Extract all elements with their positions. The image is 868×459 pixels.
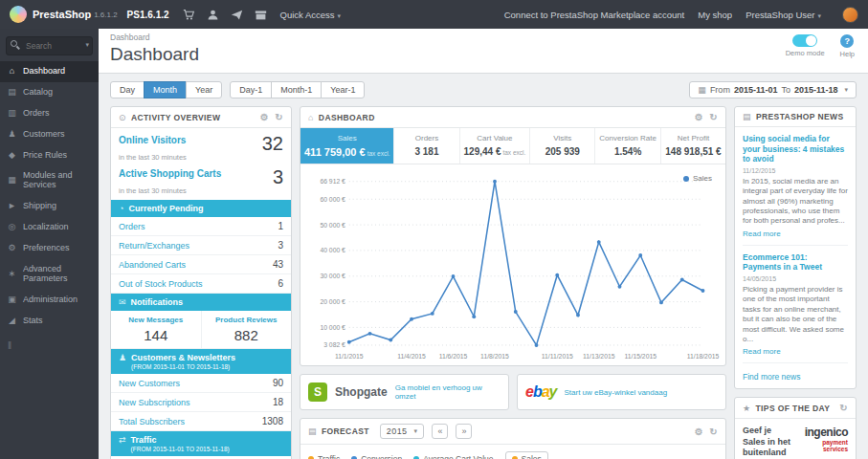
range-month-button[interactable]: Month [144, 81, 187, 98]
chevron-down-icon[interactable]: ▾ [85, 41, 89, 49]
new-customers-value: 90 [273, 378, 283, 388]
year-select[interactable]: 2015▾ [380, 424, 425, 439]
section-title: Notifications [131, 297, 184, 307]
read-more-link[interactable]: Read more [743, 347, 848, 356]
modules-icon: ▦ [7, 176, 17, 186]
price-rules-icon: ◆ [7, 151, 17, 161]
news-article-title[interactable]: Using social media for your business: 4 … [743, 134, 848, 164]
sidebar-item-shipping[interactable]: ►Shipping [0, 196, 99, 217]
online-visitors-link[interactable]: Online Visitors [119, 135, 186, 146]
sidebar-item-advanced-parameters[interactable]: ∗Advanced Parameters [0, 259, 99, 290]
forecast-panel: ▤ FORECAST 2015▾ « » ⚙ ↻ Traffic Convers… [300, 418, 726, 459]
new-messages-link[interactable]: New Messages [115, 316, 197, 324]
kpi-conversion-rate[interactable]: Conversion Rate 1.54% [595, 128, 661, 164]
forecast-legend-average-cart-value[interactable]: Average Cart Value [413, 454, 493, 459]
avatar[interactable] [842, 7, 858, 23]
demo-mode-toggle[interactable]: Demo mode [786, 34, 825, 58]
catalog-icon: ▤ [7, 88, 17, 98]
find-more-news-link[interactable]: Find more news [743, 370, 848, 382]
forecast-legend-sales[interactable]: Sales [505, 451, 548, 459]
next-year-button[interactable]: » [456, 424, 472, 439]
panel-title: FORECAST [322, 426, 369, 436]
sidebar-item-customers[interactable]: ♟Customers [0, 124, 99, 145]
kpi-sales[interactable]: Sales 411 759,00 €tax excl. [300, 128, 394, 164]
gear-icon[interactable]: ⚙ [260, 112, 269, 122]
range-year-1-button[interactable]: Year-1 [321, 81, 365, 98]
marketplace-connect-link[interactable]: Connect to PrestaShop Marketplace accoun… [504, 10, 685, 20]
sidebar-item-dashboard[interactable]: ⌂Dashboard [0, 61, 99, 82]
sidebar-item-label: Shipping [23, 202, 56, 211]
sidebar-item-label: Catalog [23, 88, 53, 98]
kpi-cart-value[interactable]: Cart Value 129,44 €tax excl. [460, 128, 531, 164]
ebay-link[interactable]: Start uw eBay-winkel vandaag [565, 388, 668, 398]
new-subscriptions-value: 18 [273, 397, 283, 407]
mail-icon: ✉ [119, 297, 126, 307]
new-messages-value: 144 [115, 327, 197, 343]
kpi-visits[interactable]: Visits 205 939 [530, 128, 595, 164]
package-icon[interactable] [255, 9, 267, 21]
pending-row: Return/Exchanges 3 [111, 236, 291, 255]
refresh-icon[interactable]: ↻ [839, 403, 848, 413]
sidebar-item-modules[interactable]: ▦Modules and Services [0, 165, 99, 196]
kpi-orders[interactable]: Orders 3 181 [394, 128, 459, 164]
tax-note: tax excl. [502, 149, 525, 156]
sidebar-item-label: Customers [23, 130, 65, 140]
new-customers-link[interactable]: New Customers [119, 379, 180, 388]
forecast-legend-traffic[interactable]: Traffic [308, 454, 340, 459]
stats-icon: ◢ [7, 317, 17, 326]
send-icon[interactable] [231, 9, 243, 21]
out-of-stock-link[interactable]: Out of Stock Products [119, 279, 203, 289]
user-menu[interactable]: PrestaShop User▾ [746, 10, 821, 20]
users-icon: ♟ [119, 353, 126, 362]
sales-line-chart[interactable]: 3 082 €10 000 €20 000 €30 000 €40 000 €5… [306, 172, 720, 363]
range-year-button[interactable]: Year [186, 81, 222, 98]
breadcrumb[interactable]: Dashboard [110, 33, 857, 42]
sidebar-item-orders[interactable]: ▥Orders [0, 103, 99, 124]
prev-year-button[interactable]: « [432, 424, 448, 439]
sidebar-item-preferences[interactable]: ⚙Preferences [0, 238, 99, 259]
help-button[interactable]: ? Help [840, 34, 855, 58]
help-icon[interactable]: ? [840, 34, 854, 48]
refresh-icon[interactable]: ↻ [275, 112, 283, 122]
range-day-button[interactable]: Day [110, 81, 145, 98]
profile-icon[interactable] [207, 9, 219, 21]
section-subtitle: (FROM 2015-11-01 TO 2015-11-18) [131, 363, 235, 370]
pending-returns-link[interactable]: Return/Exchanges [119, 241, 189, 251]
new-messages-cell: New Messages 144 [111, 311, 201, 348]
cart-icon[interactable] [183, 9, 195, 21]
chevron-down-icon: ▾ [817, 12, 821, 19]
date-range-picker[interactable]: ▦ From 2015-11-01 To 2015-11-18 ▾ [689, 81, 857, 98]
active-carts-link[interactable]: Active Shopping Carts [119, 168, 221, 180]
sidebar-item-localization[interactable]: ◎Localization [0, 217, 99, 238]
forecast-legend-conversion[interactable]: Conversion [351, 454, 402, 459]
search-input[interactable] [6, 36, 93, 55]
svg-text:11/6/2015: 11/6/2015 [439, 353, 468, 360]
toggle-switch-icon[interactable] [792, 34, 817, 47]
svg-text:20 000 €: 20 000 € [320, 298, 345, 305]
read-more-link[interactable]: Read more [743, 230, 848, 238]
news-article: Using social media for your business: 4 … [743, 134, 848, 246]
sidebar-item-price-rules[interactable]: ◆Price Rules [0, 145, 99, 166]
pending-orders-link[interactable]: Orders [119, 222, 145, 231]
gear-icon[interactable]: ⚙ [695, 112, 703, 122]
new-subscriptions-link[interactable]: New Subscriptions [119, 398, 190, 407]
product-reviews-link[interactable]: Product Reviews [206, 316, 288, 324]
range-day-1-button[interactable]: Day-1 [230, 81, 272, 98]
refresh-icon[interactable]: ↻ [709, 112, 718, 122]
news-article-title[interactable]: Ecommerce 101: Payments in a Tweet [743, 252, 848, 273]
total-subscribers-link[interactable]: Total Subscribers [119, 417, 185, 426]
sidebar-item-catalog[interactable]: ▤Catalog [0, 82, 99, 103]
advanced-parameters-icon: ∗ [7, 270, 17, 279]
gear-icon[interactable]: ⚙ [695, 426, 703, 437]
abandoned-carts-link[interactable]: Abandoned Carts [119, 260, 186, 270]
refresh-icon[interactable]: ↻ [709, 426, 718, 437]
sidebar-collapse-button[interactable]: ‖ [0, 331, 99, 361]
shopgate-link[interactable]: Ga mobiel en verhoog uw omzet [395, 383, 501, 402]
sidebar-item-stats[interactable]: ◢Stats [0, 311, 99, 332]
quick-access-menu[interactable]: Quick Access▾ [280, 10, 342, 20]
my-shop-link[interactable]: My shop [698, 10, 732, 20]
range-month-1-button[interactable]: Month-1 [271, 81, 322, 98]
sidebar-item-administration[interactable]: ▣Administration [0, 290, 99, 311]
news-article-date: 14/05/2015 [743, 275, 848, 282]
kpi-net-profit[interactable]: Net Profit 148 918,51 € [661, 128, 725, 164]
